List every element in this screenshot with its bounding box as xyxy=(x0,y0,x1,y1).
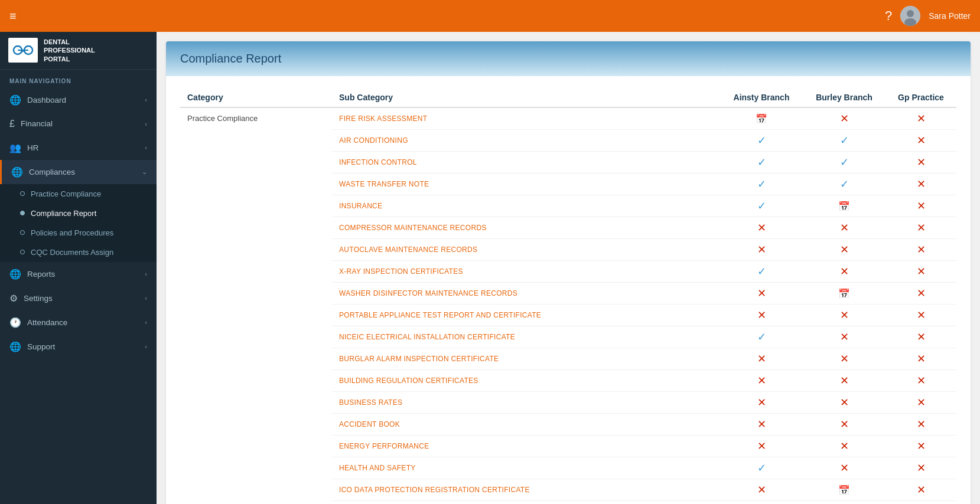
sidebar-item-compliances[interactable]: 🌐 Compliances ⌄ xyxy=(0,160,157,184)
col-header-gp: Gp Practice xyxy=(885,88,956,107)
subcategory-cell: BURGLAR ALARM INSPECTION CERTIFICATE xyxy=(332,348,720,370)
gp-cell: ✕ xyxy=(885,261,956,283)
burley-cell: ✕ xyxy=(803,436,885,457)
calendar-icon: 📅 xyxy=(756,114,767,124)
sidebar-item-practice-compliance[interactable]: Practice Compliance xyxy=(0,184,157,204)
cross-icon: ✕ xyxy=(917,375,926,387)
sidebar-item-attendance[interactable]: 🕐 Attendance ‹ xyxy=(0,310,157,335)
hr-icon: 👥 xyxy=(9,142,21,153)
ainsty-cell: ✓ xyxy=(720,326,803,348)
ainsty-cell: ✓ xyxy=(720,130,803,152)
cross-icon: ✕ xyxy=(917,440,926,452)
burley-cell: 📅 xyxy=(803,479,885,501)
cqc-documents-label: CQC Documents Assign xyxy=(31,248,113,257)
compliances-icon: 🌐 xyxy=(11,166,23,178)
burley-cell: ✕ xyxy=(803,370,885,392)
sidebar-item-support[interactable]: 🌐 Support ‹ xyxy=(0,335,157,359)
burley-cell: ✓ xyxy=(803,152,885,174)
cross-icon: ✕ xyxy=(917,266,926,277)
burley-cell: ✕ xyxy=(803,239,885,261)
cross-icon: ✕ xyxy=(917,309,926,321)
burley-cell: ✕ xyxy=(803,261,885,283)
tick-icon: ✓ xyxy=(757,462,766,474)
subcategory-cell: WASTE TRANSFER NOTE xyxy=(332,174,720,195)
cross-icon: ✕ xyxy=(840,266,849,277)
sidebar-item-cqc-documents[interactable]: CQC Documents Assign xyxy=(0,243,157,262)
burley-cell: ✓ xyxy=(803,174,885,195)
subcategory-cell: NICEIC ELECTRICAL INSTALLATION CERTIFICA… xyxy=(332,326,720,348)
ainsty-cell: ✕ xyxy=(720,436,803,457)
compliance-report-label: Compliance Report xyxy=(31,209,96,218)
cross-icon: ✕ xyxy=(840,375,849,387)
hamburger-icon[interactable]: ≡ xyxy=(9,9,17,23)
ainsty-cell: ✕ xyxy=(720,414,803,436)
sidebar-item-financial[interactable]: £ Financial ‹ xyxy=(0,112,157,136)
svg-point-1 xyxy=(907,10,914,17)
burley-cell: ✕ xyxy=(803,348,885,370)
cross-icon: ✕ xyxy=(840,418,849,430)
attendance-label: Attendance xyxy=(27,318,67,327)
tick-icon: ✓ xyxy=(757,200,766,212)
subcategory-cell: AUTOCLAVE MAINTENANCE RECORDS xyxy=(332,239,720,261)
ainsty-cell: ✓ xyxy=(720,152,803,174)
dot-icon xyxy=(20,191,25,196)
gp-cell: ✕ xyxy=(885,152,956,174)
dashboard-icon: 🌐 xyxy=(9,94,21,106)
cross-icon: ✕ xyxy=(917,331,926,343)
subcategory-cell: HEALTH AND SAFETY xyxy=(332,457,720,479)
burley-cell: ✕ xyxy=(803,326,885,348)
tick-icon: ✓ xyxy=(757,156,766,168)
gp-cell: ✕ xyxy=(885,348,956,370)
gp-cell: ✕ xyxy=(885,239,956,261)
calendar-icon: 📅 xyxy=(838,485,850,495)
burley-cell: 📅 xyxy=(803,195,885,217)
svg-text:✕: ✕ xyxy=(21,48,25,54)
cross-icon: ✕ xyxy=(757,375,766,387)
cross-icon: ✕ xyxy=(840,244,849,256)
compliances-submenu: Practice Compliance Compliance Report Po… xyxy=(0,184,157,262)
subcategory-cell: BUILDING REGULATION CERTIFICATES xyxy=(332,370,720,392)
financial-label: Financial xyxy=(21,119,53,128)
cross-icon: ✕ xyxy=(917,484,926,496)
subcategory-cell: X-RAY INSPECTION CERTIFICATES xyxy=(332,261,720,283)
report-title: Compliance Report xyxy=(166,41,971,76)
cross-icon: ✕ xyxy=(917,397,926,408)
cross-icon: ✕ xyxy=(757,484,766,496)
sidebar-item-dashboard[interactable]: 🌐 Dashboard ‹ xyxy=(0,88,157,112)
attendance-icon: 🕐 xyxy=(9,317,21,328)
gp-cell: ✕ xyxy=(885,326,956,348)
tick-icon: ✓ xyxy=(757,178,766,190)
burley-cell: ✕ xyxy=(803,414,885,436)
dot-icon xyxy=(20,211,25,215)
ainsty-cell: ✕ xyxy=(720,283,803,305)
gp-cell: ✕ xyxy=(885,174,956,195)
header-right: ? Sara Potter xyxy=(885,6,971,26)
cross-icon: ✕ xyxy=(757,440,766,452)
header-left: ≡ xyxy=(9,9,17,23)
burley-cell: ✕ xyxy=(803,217,885,239)
ainsty-cell: ✓ xyxy=(720,195,803,217)
col-header-category: Category xyxy=(180,88,332,107)
ainsty-cell: 📅 xyxy=(720,107,803,130)
ainsty-cell: ✕ xyxy=(720,348,803,370)
burley-cell: ✕ xyxy=(803,305,885,326)
help-icon[interactable]: ? xyxy=(885,8,892,24)
practice-compliance-label: Practice Compliance xyxy=(31,189,101,198)
settings-icon: ⚙ xyxy=(9,293,18,304)
settings-label: Settings xyxy=(24,294,53,303)
subcategory-cell: WASHER DISINFECTOR MAINTENANCE RECORDS xyxy=(332,283,720,305)
cross-icon: ✕ xyxy=(917,462,926,474)
cross-icon: ✕ xyxy=(757,418,766,430)
sidebar-item-reports[interactable]: 🌐 Reports ‹ xyxy=(0,262,157,286)
sidebar-item-compliance-report[interactable]: Compliance Report xyxy=(0,204,157,223)
sidebar-item-hr[interactable]: 👥 HR ‹ xyxy=(0,136,157,160)
subcategory-cell: BUSINESS RATES xyxy=(332,392,720,414)
sidebar-item-settings[interactable]: ⚙ Settings ‹ xyxy=(0,286,157,310)
ainsty-cell: ✓ xyxy=(720,457,803,479)
cross-icon: ✕ xyxy=(917,287,926,299)
gp-cell: ✕ xyxy=(885,130,956,152)
sidebar-item-policies-procedures[interactable]: Policies and Procedures xyxy=(0,223,157,243)
policies-procedures-label: Policies and Procedures xyxy=(31,228,113,237)
dot-icon xyxy=(20,230,25,235)
top-header: ≡ ? Sara Potter xyxy=(0,0,980,32)
